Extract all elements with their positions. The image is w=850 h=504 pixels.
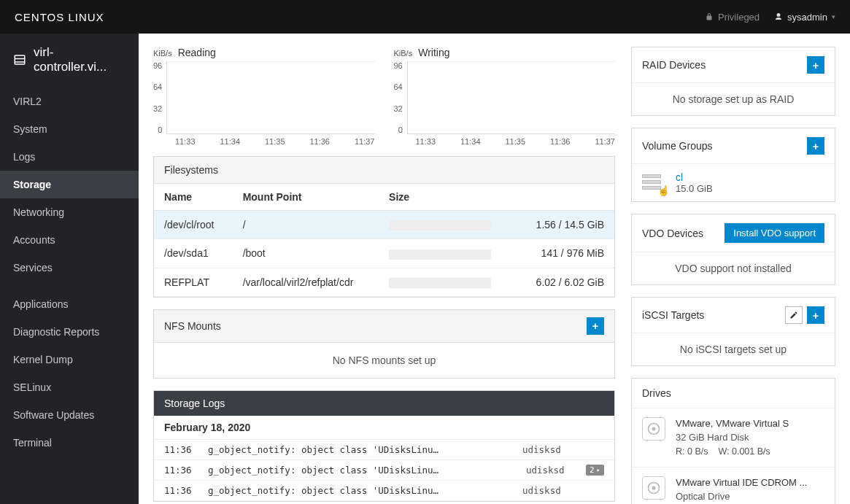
add-iscsi-button[interactable]: + [807, 306, 824, 324]
host-selector[interactable]: virl-controller.vi... [0, 34, 139, 88]
pencil-icon [789, 311, 798, 319]
sidebar-item-selinux[interactable]: SELinux [0, 373, 139, 401]
nfs-panel: NFS Mounts + No NFS mounts set up [153, 309, 615, 379]
iscsi-panel: iSCSI Targets + No iSCSI targets set up [631, 297, 835, 366]
svg-rect-0 [15, 55, 25, 64]
volume-group-item[interactable]: ☝ cl 15.0 GiB [632, 164, 835, 201]
sidebar-item-software-updates[interactable]: Software Updates [0, 401, 139, 429]
sidebar-item-system[interactable]: System [0, 115, 139, 143]
sidebar-item-storage[interactable]: Storage [0, 171, 139, 198]
filesystem-row[interactable]: REFPLAT /var/local/virl2/refplat/cdr 6.0… [154, 268, 614, 296]
filesystems-panel: Filesystems NameMount PointSize /dev/cl/… [153, 156, 615, 298]
sidebar-item-kernel-dump[interactable]: Kernel Dump [0, 346, 139, 373]
nfs-empty-text: No NFS mounts set up [154, 343, 614, 378]
log-count-badge[interactable]: 2▸ [586, 465, 604, 476]
topbar: CENTOS LINUX Privileged sysadmin ▾ [0, 0, 850, 34]
storage-logs-header: Storage Logs [154, 391, 614, 416]
chevron-down-icon: ▾ [832, 13, 835, 20]
storage-logs-panel: Storage Logs February 18, 2020 11:36 g_o… [153, 390, 615, 502]
raid-panel: RAID Devices + No storage set up as RAID [631, 47, 835, 116]
user-menu[interactable]: sysadmin ▾ [774, 12, 835, 23]
volume-group-icon: ☝ [642, 173, 665, 193]
disk-icon [642, 476, 665, 500]
sidebar: virl-controller.vi... VIRL2SystemLogsSto… [0, 34, 139, 504]
filesystem-row[interactable]: /dev/sda1 /boot 141 / 976 MiB [154, 239, 614, 268]
log-date: February 18, 2020 [154, 416, 614, 440]
lock-icon [705, 12, 714, 21]
drive-item[interactable]: VMware, VMware Virtual S 32 GiB Hard Dis… [632, 408, 835, 467]
filesystems-table: NameMount PointSize /dev/cl/root / 1.56 … [154, 184, 614, 297]
log-row[interactable]: 11:36 g_object_notify: object class 'UDi… [154, 440, 614, 460]
add-raid-button[interactable]: + [807, 56, 824, 74]
sidebar-item-logs[interactable]: Logs [0, 143, 139, 171]
add-vg-button[interactable]: + [807, 137, 824, 155]
reading-chart: KiB/s Reading 9664320 11:3311:3411:3511:… [153, 47, 375, 146]
svg-point-6 [652, 486, 654, 489]
sidebar-item-networking[interactable]: Networking [0, 198, 139, 226]
privileged-indicator[interactable]: Privileged [705, 12, 760, 23]
user-icon [774, 12, 783, 21]
sidebar-item-terminal[interactable]: Terminal [0, 429, 139, 457]
log-row[interactable]: 11:36 g_object_notify: object class 'UDi… [154, 481, 614, 501]
volume-groups-panel: Volume Groups + ☝ cl 15.0 GiB [631, 128, 835, 202]
drive-item[interactable]: VMware Virtual IDE CDROM ... Optical Dri… [632, 467, 835, 504]
writing-chart: KiB/s Writing 9664320 11:3311:3411:3511:… [394, 47, 616, 146]
disk-icon [642, 417, 665, 441]
server-icon [13, 53, 26, 66]
sidebar-item-accounts[interactable]: Accounts [0, 226, 139, 254]
log-row[interactable]: 11:36 g_object_notify: object class 'UDi… [154, 460, 614, 481]
chart-plot-area [407, 61, 615, 134]
filesystem-row[interactable]: /dev/cl/root / 1.56 / 14.5 GiB [154, 211, 614, 239]
drives-panel: Drives VMware, VMware Virtual S 32 GiB H… [631, 378, 835, 504]
main-content: KiB/s Reading 9664320 11:3311:3411:3511:… [139, 34, 850, 504]
chart-plot-area [166, 61, 374, 134]
sidebar-item-applications[interactable]: Applications [0, 290, 139, 318]
io-charts: KiB/s Reading 9664320 11:3311:3411:3511:… [153, 47, 615, 146]
svg-point-4 [652, 427, 654, 430]
cursor-icon: ☝ [657, 185, 670, 196]
sidebar-item-diagnostic-reports[interactable]: Diagnostic Reports [0, 318, 139, 346]
brand: CENTOS LINUX [15, 11, 104, 23]
sidebar-item-virl2[interactable]: VIRL2 [0, 88, 139, 115]
sidebar-item-services[interactable]: Services [0, 254, 139, 282]
edit-iscsi-button[interactable] [785, 306, 803, 324]
install-vdo-button[interactable]: Install VDO support [725, 223, 824, 243]
vdo-panel: VDO Devices Install VDO support VDO supp… [631, 214, 835, 285]
add-nfs-button[interactable]: + [587, 317, 604, 335]
